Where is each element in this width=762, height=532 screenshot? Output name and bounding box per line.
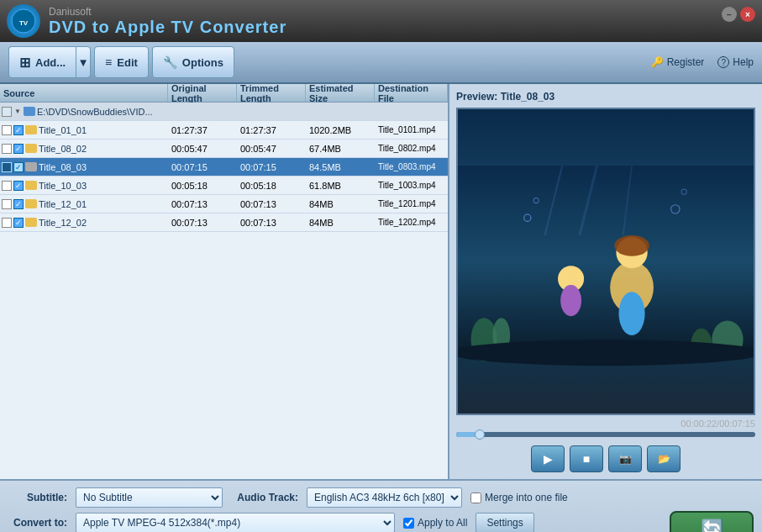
start-button[interactable]: 🔄 Start <box>670 511 754 532</box>
row-name: Title_12_01 <box>39 199 168 209</box>
col-header-trimmed: Trimmed Length <box>237 84 306 102</box>
stop-button[interactable]: ■ <box>570 445 603 472</box>
table-row[interactable]: ✓ Title_10_03 00:05:18 00:05:18 61.8MB T… <box>0 176 448 195</box>
row-outer-checkbox[interactable] <box>2 218 12 228</box>
row-size: 84MB <box>306 218 375 228</box>
row-checkbox[interactable]: ✓ <box>13 199 24 209</box>
row-orig: 01:27:37 <box>168 125 237 135</box>
row-dest: Title_0803.mp4 <box>375 162 448 171</box>
table-row[interactable]: ✓ Title_12_01 00:07:13 00:07:13 84MB Tit… <box>0 195 448 213</box>
folder-icon <box>24 107 35 116</box>
row-check-area: ✓ Title_12_01 <box>0 199 168 209</box>
preview-panel: Preview: Title_08_03 <box>449 84 762 479</box>
row-size: 84MB <box>306 199 375 209</box>
options-button[interactable]: 🔧 Options <box>152 46 234 78</box>
minimize-button[interactable]: − <box>722 7 737 22</box>
close-button[interactable]: × <box>740 7 755 22</box>
file-list: ▼ E:\DVD\SnowBuddies\VID... ✓ Title_01_0… <box>0 103 448 479</box>
add-label: Add... <box>35 56 66 69</box>
product-name: DVD to Apple TV Converter <box>49 18 286 37</box>
row-size: 84.5MB <box>306 162 375 172</box>
row-orig: 00:07:13 <box>168 218 237 228</box>
merge-check: Merge into one file <box>470 492 568 503</box>
convert-label: Convert to: <box>8 517 67 529</box>
add-button-split[interactable]: ⊞ Add... ▼ <box>8 46 91 78</box>
row-checkbox[interactable]: ✓ <box>13 218 24 228</box>
settings-button[interactable]: Settings <box>476 513 533 532</box>
row-checkbox[interactable]: ✓ <box>13 181 24 191</box>
brand-name: Daniusoft <box>49 6 286 18</box>
file-icon <box>25 181 37 190</box>
edit-button[interactable]: ≡ Edit <box>94 46 149 78</box>
help-icon: ? <box>717 56 729 68</box>
row-check-area: ✓ Title_08_03 <box>0 162 168 172</box>
table-row[interactable]: ✓ Title_01_01 01:27:37 01:27:37 1020.2MB… <box>0 121 448 140</box>
start-icon: 🔄 <box>701 519 723 533</box>
add-button-dropdown[interactable]: ▼ <box>76 46 91 78</box>
row-orig: 00:05:47 <box>168 144 237 154</box>
row-outer-checkbox[interactable] <box>2 181 12 191</box>
row-dest: Title_0802.mp4 <box>375 144 448 153</box>
row-size: 61.8MB <box>306 181 375 191</box>
row-outer-checkbox[interactable] <box>2 199 12 209</box>
open-folder-button[interactable]: 📂 <box>647 445 681 472</box>
app-logo: TV <box>7 4 40 38</box>
help-link[interactable]: ? Help <box>717 56 754 68</box>
preview-controls: ▶ ■ 📷 📂 <box>456 445 755 472</box>
merge-label: Merge into one file <box>485 492 568 503</box>
row-checkbox[interactable]: ✓ <box>13 162 24 172</box>
apply-label: Apply to All <box>418 517 467 529</box>
snapshot-button[interactable]: 📷 <box>608 445 642 472</box>
svg-point-10 <box>614 235 649 256</box>
preview-scene <box>458 109 754 413</box>
row-trim: 00:05:47 <box>237 144 306 154</box>
row-dest: Title_1201.mp4 <box>375 199 448 208</box>
file-icon <box>25 218 37 227</box>
row-trim: 01:27:37 <box>237 125 306 135</box>
audio-select[interactable]: English AC3 48kHz 6ch [x80] <box>307 487 462 508</box>
row-outer-checkbox[interactable] <box>2 144 12 154</box>
svg-text:TV: TV <box>19 19 29 27</box>
help-label: Help <box>733 56 754 68</box>
preview-progress-thumb[interactable] <box>475 429 485 440</box>
row-name: Title_12_02 <box>39 218 168 228</box>
svg-point-13 <box>560 285 581 316</box>
preview-title: Preview: Title_08_03 <box>456 91 755 103</box>
row-outer-checkbox[interactable] <box>2 125 12 135</box>
subtitle-label: Subtitle: <box>8 492 67 503</box>
apply-checkbox[interactable] <box>403 518 414 529</box>
play-button[interactable]: ▶ <box>531 445 565 472</box>
add-button-main[interactable]: ⊞ Add... <box>8 46 76 78</box>
col-header-dest: Destination File <box>375 84 448 102</box>
merge-checkbox[interactable] <box>470 492 481 503</box>
row-outer-checkbox[interactable] <box>2 162 12 172</box>
preview-progress-bar[interactable] <box>456 432 755 437</box>
options-icon: 🔧 <box>163 55 177 69</box>
file-list-header: Source Original Length Trimmed Length Es… <box>0 84 448 103</box>
toolbar: ⊞ Add... ▼ ≡ Edit 🔧 Options 🔑 Register ?… <box>0 42 762 84</box>
table-row[interactable]: ✓ Title_12_02 00:07:13 00:07:13 84MB Tit… <box>0 213 448 232</box>
row-expand-checkbox[interactable] <box>2 107 12 117</box>
row-size: 67.4MB <box>306 144 375 154</box>
register-link[interactable]: 🔑 Register <box>651 56 705 68</box>
row-check-area: ✓ Title_08_02 <box>0 144 168 154</box>
register-label: Register <box>667 56 705 68</box>
title-bar: TV Daniusoft DVD to Apple TV Converter −… <box>0 0 762 42</box>
edit-label: Edit <box>117 56 138 69</box>
subtitle-select[interactable]: No Subtitle <box>76 487 223 508</box>
row-checkbox[interactable]: ✓ <box>13 144 24 154</box>
table-row[interactable]: ✓ Title_08_02 00:05:47 00:05:47 67.4MB T… <box>0 140 448 158</box>
svg-point-7 <box>458 340 754 366</box>
table-row[interactable]: ✓ Title_08_03 00:07:15 00:07:15 84.5MB T… <box>0 158 448 176</box>
col-header-size: Estimated Size <box>306 84 375 102</box>
row-checkbox[interactable]: ✓ <box>13 125 24 135</box>
table-row[interactable]: ▼ E:\DVD\SnowBuddies\VID... <box>0 103 448 121</box>
row-name: Title_08_03 <box>39 162 168 172</box>
svg-point-11 <box>619 292 645 335</box>
row-dest: Title_0101.mp4 <box>375 125 448 134</box>
row-orig: 00:07:13 <box>168 199 237 209</box>
main-content: Source Original Length Trimmed Length Es… <box>0 84 762 479</box>
convert-select[interactable]: Apple TV MPEG-4 512x384(*.mp4) <box>76 513 395 532</box>
row-check-area: ✓ Title_10_03 <box>0 181 168 191</box>
file-icon <box>25 125 37 134</box>
